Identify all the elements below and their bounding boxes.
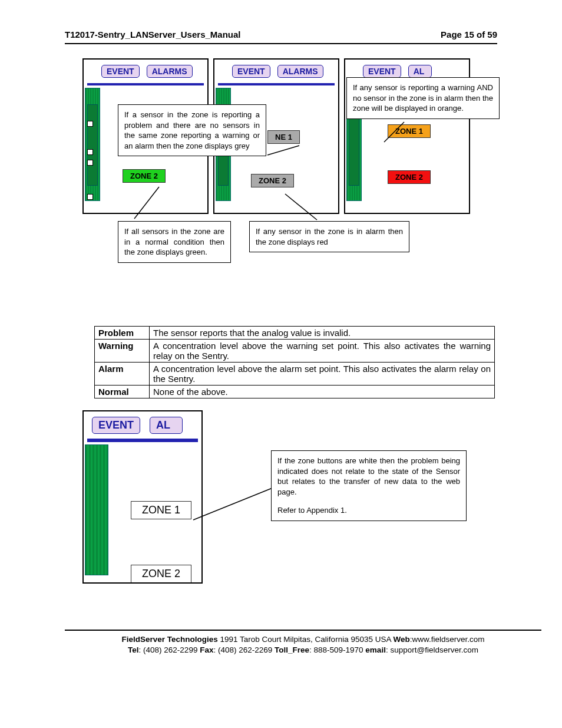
zone2-button-grey[interactable]: ZONE 2 xyxy=(251,174,294,187)
doc-title: T12017-Sentry_LANServer_Users_Manual xyxy=(65,29,240,39)
alarms-button[interactable]: ALARMS xyxy=(277,65,323,78)
callout-grey: If a sensor in the zone is reporting a p… xyxy=(118,104,266,156)
callout-red: If any sensor in the zone is in alarm th… xyxy=(249,221,409,252)
callout-orange: If any sensor is reporting a warning AND… xyxy=(346,77,500,119)
table-row: Normal None of the above. xyxy=(95,386,495,398)
def-key: Alarm xyxy=(95,363,150,386)
svg-line-4 xyxy=(193,488,272,520)
def-val: A concentration level above the warning … xyxy=(150,340,495,363)
zone1-button-orange[interactable]: ZONE 1 xyxy=(388,124,431,138)
event-button[interactable]: EVENT xyxy=(101,65,140,78)
def-key: Normal xyxy=(95,386,150,398)
def-val: A concentration level above the alarm se… xyxy=(150,363,495,386)
def-val: None of the above. xyxy=(150,386,495,398)
page-number: Page 15 of 59 xyxy=(441,29,497,39)
table-row: Warning A concentration level above the … xyxy=(95,340,495,363)
zone2-button-white[interactable]: ZONE 2 xyxy=(131,565,191,583)
event-button[interactable]: EVENT xyxy=(92,417,140,434)
table-row: Problem The sensor reports that the anal… xyxy=(95,327,495,340)
zone1-button-grey-partial[interactable]: NE 1 xyxy=(267,130,300,144)
zone2-button-red[interactable]: ZONE 2 xyxy=(388,170,431,184)
event-button[interactable]: EVENT xyxy=(363,65,401,78)
panel-white: EVENT AL ZONE 1 ZONE 2 xyxy=(82,410,203,584)
alarms-button[interactable]: ALARMS xyxy=(147,65,193,78)
alarms-button-cut[interactable]: AL xyxy=(150,417,183,434)
page-header: T12017-Sentry_LANServer_Users_Manual Pag… xyxy=(65,29,497,44)
definitions-table: Problem The sensor reports that the anal… xyxy=(94,326,495,398)
page-footer: FieldServer Technologies 1991 Tarob Cour… xyxy=(65,634,541,655)
def-key: Problem xyxy=(95,327,150,340)
def-key: Warning xyxy=(95,340,150,363)
alarms-button-cut[interactable]: AL xyxy=(408,65,432,78)
callout-green: If all sensors in the zone are in a norm… xyxy=(118,221,231,263)
callout-white: If the zone buttons are white then the p… xyxy=(271,450,467,521)
event-button[interactable]: EVENT xyxy=(232,65,270,78)
def-val: The sensor reports that the analog value… xyxy=(150,327,495,340)
example-panels-row: EVENT ALARMS ZONE 2 EVENT AL xyxy=(82,58,503,214)
table-row: Alarm A concentration level above the al… xyxy=(95,363,495,386)
zone1-button-white[interactable]: ZONE 1 xyxy=(131,501,191,519)
zone2-button-green[interactable]: ZONE 2 xyxy=(123,169,166,183)
